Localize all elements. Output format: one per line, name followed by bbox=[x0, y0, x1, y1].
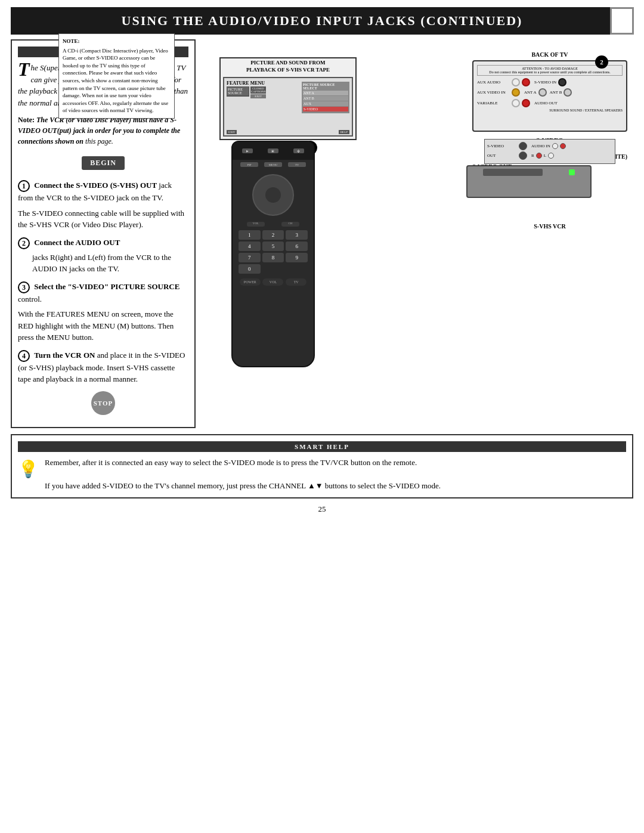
remote-state-btn: ▣ bbox=[268, 148, 278, 153]
variable-label: VARIABLE bbox=[477, 101, 510, 106]
remote-number-grid: 1 2 3 4 5 6 7 8 9 0 bbox=[233, 228, 314, 276]
step-3-body: control. bbox=[18, 295, 42, 304]
remote-tv-oval[interactable]: TV bbox=[286, 278, 306, 286]
ant-a-option: ANT A bbox=[303, 91, 348, 95]
remote-btn-6[interactable]: 6 bbox=[286, 241, 308, 251]
aux-audio-label: AUX AUDIO bbox=[477, 80, 510, 85]
back-tv-panel: ATTENTION - TO AVOID DAMAGEDo not connec… bbox=[472, 60, 627, 132]
remote-vol-btn: VOL bbox=[247, 222, 265, 227]
page-title: USING THE AUDIO/VIDEO INPUT JACKS (CONTI… bbox=[23, 13, 621, 29]
s-video-in-label: S-VIDEO IN bbox=[534, 80, 556, 85]
jack-row-variable: VARIABLE AUDIO OUT bbox=[477, 99, 623, 107]
feature-menu-label: FEATURE MENU bbox=[227, 80, 265, 86]
remote-play-btn: ▶ bbox=[242, 148, 253, 153]
jack-white-var bbox=[512, 99, 520, 107]
begin-button[interactable]: BEGIN bbox=[82, 156, 125, 170]
tv-screen-label: PICTURE AND SOUND FROM PLAYBACK OF S-VHS… bbox=[221, 58, 355, 75]
vcr-tape-slot bbox=[483, 169, 543, 176]
s-video-jack-label: S-VIDEO bbox=[487, 144, 517, 148]
step-1-title: Connect the S-VIDEO (S-VHS) OUT bbox=[34, 181, 157, 190]
remote-function-row: PIP MENU TV bbox=[233, 160, 314, 169]
jack-row-aux-audio: AUX AUDIO S-VIDEO IN bbox=[477, 78, 623, 86]
jack-ant-b bbox=[564, 88, 572, 97]
svideo-out-jack bbox=[519, 151, 527, 160]
step-4-number: 4 bbox=[18, 350, 30, 362]
remote-center-btn bbox=[265, 187, 281, 203]
jack-white-1 bbox=[512, 78, 520, 86]
remote-btn-4[interactable]: 4 bbox=[239, 241, 261, 251]
drop-cap: T bbox=[18, 62, 30, 78]
remote-btn-0[interactable]: 0 bbox=[239, 264, 261, 274]
step-3-extra: With the FEATURES MENU on screen, move t… bbox=[18, 308, 188, 343]
step-2-body: jacks R(ight) and L(eft) from the VCR to… bbox=[32, 252, 188, 275]
vcr-jack-row-2: OUT R L bbox=[487, 151, 612, 160]
jack-yellow-1 bbox=[512, 88, 520, 97]
step-1-extra: The S-VIDEO connecting cable will be sup… bbox=[18, 208, 188, 231]
jack-svideo-1 bbox=[558, 78, 566, 86]
note-body: A CD-i (Compact Disc Interactive) player… bbox=[63, 47, 171, 114]
closed-captions-btn: CLOSED CAPTIONS bbox=[250, 86, 266, 94]
step-1: 1 Connect the S-VIDEO (S-VHS) OUT jack f… bbox=[18, 179, 188, 231]
note-this-page: this page. bbox=[85, 137, 113, 145]
remote-power-oval[interactable]: POWER bbox=[240, 278, 261, 286]
surround-sound-label: SURROUND SOUND / EXTERNAL SPEAKERS bbox=[477, 109, 623, 112]
svhs-vcr-label: S-VHS VCR bbox=[472, 223, 627, 230]
remote-mid-btns: VOL CH bbox=[233, 221, 314, 228]
audio-out-l-label: L bbox=[544, 153, 546, 158]
remote-btn-8[interactable]: 8 bbox=[262, 253, 284, 262]
step-1-number: 1 bbox=[18, 180, 30, 192]
remote-top: ▶ ▣ ⏻ bbox=[233, 142, 314, 160]
remote-btn-1[interactable]: 1 bbox=[239, 230, 261, 240]
step-3-number: 3 bbox=[18, 281, 30, 293]
remote-btn-2[interactable]: 2 bbox=[262, 230, 284, 240]
exit-btn: EXIT bbox=[250, 94, 266, 98]
remote-btn-3[interactable]: 3 bbox=[286, 230, 308, 240]
remote-menu-btn: MENU bbox=[264, 162, 282, 167]
step-2-title: Connect the AUDIO OUT bbox=[34, 238, 120, 247]
vcr-led bbox=[569, 169, 575, 175]
audio-out-r-label: R bbox=[531, 153, 534, 158]
picture-source-item: PICTURE SOURCE bbox=[227, 87, 249, 95]
main-content: S-VIDEO INPUTS T he S(uper)-Video connec… bbox=[11, 39, 633, 428]
header-box bbox=[610, 7, 634, 35]
page-header: USING THE AUDIO/VIDEO INPUT JACKS (CONTI… bbox=[11, 7, 633, 35]
remote-btn-7[interactable]: 7 bbox=[239, 253, 261, 262]
jack-ant-a bbox=[538, 88, 547, 97]
remote-pip-btn: PIP bbox=[240, 162, 258, 167]
tv-screen-box: PICTURE AND SOUND FROM PLAYBACK OF S-VHS… bbox=[219, 57, 357, 140]
smart-help-content: 💡 Remember, after it is connected an eas… bbox=[18, 457, 626, 492]
tv-sidebar: CLOSED CAPTIONS EXIT bbox=[250, 86, 266, 99]
aux-option: AUX bbox=[303, 101, 348, 106]
audio-in-label: AUDIO IN bbox=[531, 144, 550, 148]
picture-source-title: PICTURE SOURCE SELECT bbox=[303, 83, 348, 90]
page-number: 25 bbox=[6, 504, 638, 514]
remote-control: ▶ ▣ ⏻ PIP MENU TV VOL CH 1 bbox=[231, 141, 315, 367]
vcr-jacks-area: S-VIDEO AUDIO IN OUT R L bbox=[484, 139, 615, 164]
ant-b-label: ANT B bbox=[550, 90, 562, 95]
jack-row-aux-video: AUX VIDEO IN ANT A ANT B bbox=[477, 88, 623, 97]
aux-video-label: AUX VIDEO IN bbox=[477, 90, 510, 95]
step-4: 4 Turn the VCR ON and place it in the S-… bbox=[18, 349, 188, 385]
remote-vol-oval[interactable]: VOL bbox=[262, 278, 283, 286]
smart-help-text: Remember, after it is connected an easy … bbox=[45, 457, 626, 492]
step-2: 2 Connect the AUDIO OUT jacks R(ight) an… bbox=[18, 237, 188, 275]
smart-help-para-2: If you have added S-VIDEO to the TV's ch… bbox=[45, 480, 626, 492]
audio-in-white bbox=[552, 143, 558, 149]
tv-screen-inner: FEATURE MENU PICTURE SOURCE CLOSED CAPTI… bbox=[223, 77, 353, 137]
step-2-number: 2 bbox=[18, 237, 30, 249]
begin-wrapper: BEGIN bbox=[18, 153, 188, 174]
right-panel: PICTURE AND SOUND FROM PLAYBACK OF S-VHS… bbox=[202, 39, 633, 428]
audio-out-r bbox=[536, 153, 542, 159]
vcr-box bbox=[466, 165, 592, 198]
remote-btn-9[interactable]: 9 bbox=[286, 253, 308, 262]
remote-circle-pad bbox=[252, 174, 294, 216]
stop-button[interactable]: STOP bbox=[91, 391, 115, 415]
remote-btn-5[interactable]: 5 bbox=[262, 241, 284, 251]
exit-bottom: EXIT bbox=[227, 130, 237, 134]
picture-source-box: PICTURE SOURCE bbox=[227, 86, 249, 97]
picture-source-select: PICTURE SOURCE SELECT ANT A ANT B AUX S-… bbox=[302, 82, 349, 113]
out-label: OUT bbox=[487, 153, 517, 158]
smart-help-section: SMART HELP 💡 Remember, after it is conne… bbox=[11, 434, 633, 499]
ant-a-label: ANT A bbox=[524, 90, 537, 95]
bulb-icon: 💡 bbox=[18, 459, 39, 492]
